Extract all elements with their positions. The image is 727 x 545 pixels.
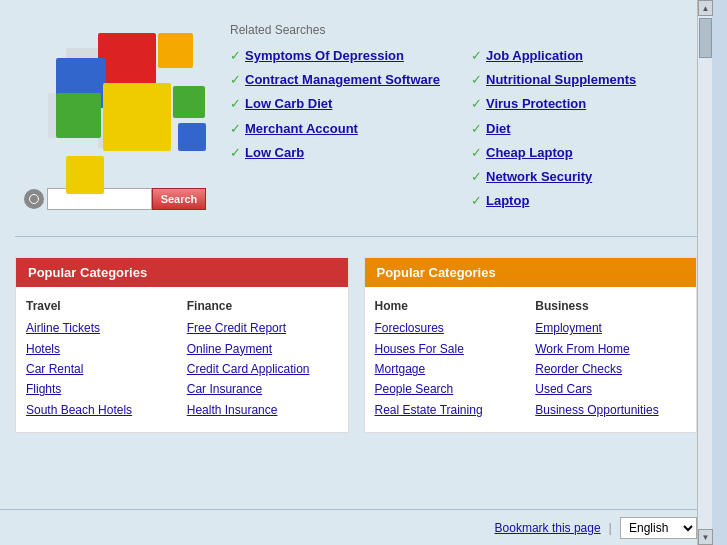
cat-home-title: Home — [375, 299, 526, 313]
link-cheaplaptop-anchor[interactable]: Cheap Laptop — [486, 144, 573, 162]
link-symptoms-anchor[interactable]: Symptoms Of Depression — [245, 47, 404, 65]
link-credit-card-app[interactable]: Credit Card Application — [187, 359, 338, 379]
cat-finance-col: Finance Free Credit Report Online Paymen… — [187, 295, 338, 420]
related-title: Related Searches — [230, 23, 692, 37]
link-contract-anchor[interactable]: Contract Management Software — [245, 71, 440, 89]
checkmark-icon: ✓ — [230, 145, 241, 160]
link-mortgage[interactable]: Mortgage — [375, 359, 526, 379]
link-networksec-anchor[interactable]: Network Security — [486, 168, 592, 186]
link-people-search[interactable]: People Search — [375, 379, 526, 399]
bookmark-link[interactable]: Bookmark this page — [495, 521, 601, 535]
checkmark-icon: ✓ — [230, 72, 241, 87]
link-virus: ✓ Virus Protection — [471, 95, 692, 113]
link-work-from-home[interactable]: Work From Home — [535, 339, 686, 359]
link-merchant-anchor[interactable]: Merchant Account — [245, 120, 358, 138]
link-laptop: ✓ Laptop — [471, 192, 692, 210]
links-col1: ✓ Symptoms Of Depression ✓ Contract Mana… — [230, 47, 451, 210]
checkmark-icon: ✓ — [471, 48, 482, 63]
logo-squares — [38, 18, 193, 173]
link-houses-for-sale[interactable]: Houses For Sale — [375, 339, 526, 359]
scrollbar-down-button[interactable]: ▼ — [698, 529, 713, 545]
search-icon — [24, 189, 44, 209]
link-health-insurance[interactable]: Health Insurance — [187, 400, 338, 420]
link-used-cars[interactable]: Used Cars — [535, 379, 686, 399]
cat-travel-col: Travel Airline Tickets Hotels Car Rental… — [26, 295, 177, 420]
link-lowcarb-anchor[interactable]: Low Carb — [245, 144, 304, 162]
categories-right-box: Popular Categories Home Foreclosures Hou… — [364, 257, 698, 433]
link-lowcarb: ✓ Low Carb — [230, 144, 451, 162]
link-jobapp: ✓ Job Application — [471, 47, 692, 65]
link-jobapp-anchor[interactable]: Job Application — [486, 47, 583, 65]
related-searches: Related Searches ✓ Symptoms Of Depressio… — [230, 18, 692, 210]
cat-travel-title: Travel — [26, 299, 177, 313]
links-grid: ✓ Symptoms Of Depression ✓ Contract Mana… — [230, 47, 692, 210]
spacer — [0, 453, 712, 493]
link-contract: ✓ Contract Management Software — [230, 71, 451, 89]
link-nutritional-anchor[interactable]: Nutritional Supplements — [486, 71, 636, 89]
checkmark-icon: ✓ — [471, 72, 482, 87]
link-diet: ✓ Diet — [471, 120, 692, 138]
logo-area: Search — [20, 18, 210, 210]
cat-right-body: Home Foreclosures Houses For Sale Mortga… — [365, 287, 697, 432]
search-bar: Search — [24, 188, 207, 210]
link-laptop-anchor[interactable]: Laptop — [486, 192, 529, 210]
checkmark-icon: ✓ — [471, 121, 482, 136]
scrollbar: ▲ ▼ — [697, 0, 712, 545]
link-car-rental[interactable]: Car Rental — [26, 359, 177, 379]
top-section: Search Related Searches ✓ Symptoms Of De… — [0, 0, 712, 228]
link-merchant: ✓ Merchant Account — [230, 120, 451, 138]
cat-business-title: Business — [535, 299, 686, 313]
link-virus-anchor[interactable]: Virus Protection — [486, 95, 586, 113]
categories-left-box: Popular Categories Travel Airline Ticket… — [15, 257, 349, 433]
link-lowcarbdiet-anchor[interactable]: Low Carb Diet — [245, 95, 332, 113]
categories-section: Popular Categories Travel Airline Ticket… — [0, 245, 712, 453]
link-free-credit-report[interactable]: Free Credit Report — [187, 318, 338, 338]
cat-finance-title: Finance — [187, 299, 338, 313]
divider — [15, 236, 697, 237]
cat-home-col: Home Foreclosures Houses For Sale Mortga… — [375, 295, 526, 420]
link-cheaplaptop: ✓ Cheap Laptop — [471, 144, 692, 162]
checkmark-icon: ✓ — [230, 96, 241, 111]
cat-business-col: Business Employment Work From Home Reord… — [535, 295, 686, 420]
link-symptoms: ✓ Symptoms Of Depression — [230, 47, 451, 65]
link-employment[interactable]: Employment — [535, 318, 686, 338]
checkmark-icon: ✓ — [230, 121, 241, 136]
checkmark-icon: ✓ — [471, 193, 482, 208]
separator: | — [609, 520, 612, 535]
cat-left-body: Travel Airline Tickets Hotels Car Rental… — [16, 287, 348, 432]
bottom-bar: Bookmark this page | English Español Fra… — [0, 509, 712, 545]
link-hotels[interactable]: Hotels — [26, 339, 177, 359]
link-nutritional: ✓ Nutritional Supplements — [471, 71, 692, 89]
link-diet-anchor[interactable]: Diet — [486, 120, 511, 138]
checkmark-icon: ✓ — [471, 169, 482, 184]
link-reorder-checks[interactable]: Reorder Checks — [535, 359, 686, 379]
search-button[interactable]: Search — [152, 188, 207, 210]
link-foreclosures[interactable]: Foreclosures — [375, 318, 526, 338]
link-lowcarbdiet: ✓ Low Carb Diet — [230, 95, 451, 113]
language-select[interactable]: English Español Français — [620, 517, 697, 539]
scrollbar-thumb[interactable] — [699, 18, 712, 58]
link-real-estate-training[interactable]: Real Estate Training — [375, 400, 526, 420]
checkmark-icon: ✓ — [471, 145, 482, 160]
link-airline-tickets[interactable]: Airline Tickets — [26, 318, 177, 338]
cat-right-header: Popular Categories — [365, 258, 697, 287]
link-flights[interactable]: Flights — [26, 379, 177, 399]
scrollbar-up-button[interactable]: ▲ — [698, 0, 713, 16]
links-col2: ✓ Job Application ✓ Nutritional Suppleme… — [471, 47, 692, 210]
link-car-insurance[interactable]: Car Insurance — [187, 379, 338, 399]
checkmark-icon: ✓ — [471, 96, 482, 111]
cat-left-header: Popular Categories — [16, 258, 348, 287]
checkmark-icon: ✓ — [230, 48, 241, 63]
link-networksec: ✓ Network Security — [471, 168, 692, 186]
page-wrapper: Search Related Searches ✓ Symptoms Of De… — [0, 0, 712, 545]
link-south-beach-hotels[interactable]: South Beach Hotels — [26, 400, 177, 420]
link-business-opportunities[interactable]: Business Opportunities — [535, 400, 686, 420]
link-online-payment[interactable]: Online Payment — [187, 339, 338, 359]
